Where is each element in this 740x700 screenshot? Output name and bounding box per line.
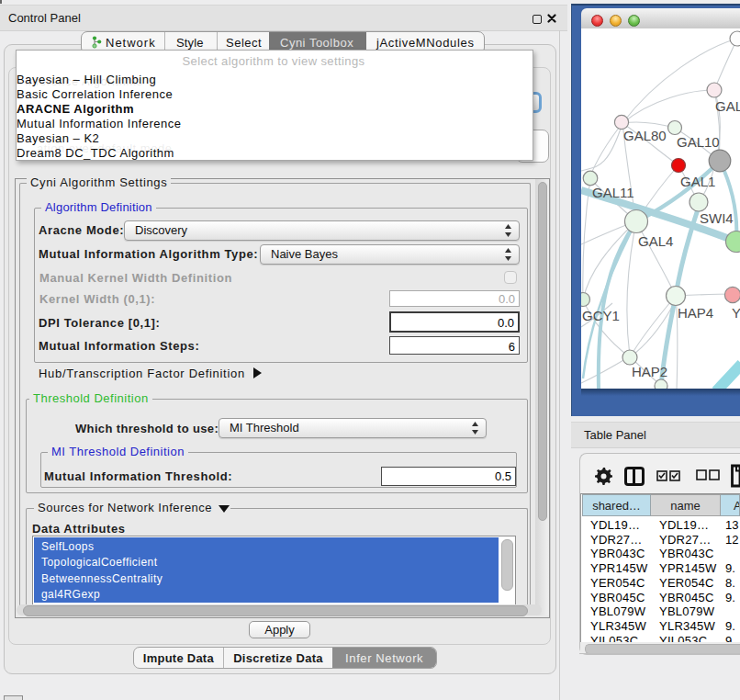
- svg-text:GAL4: GAL4: [638, 233, 673, 249]
- svg-text:GAL11: GAL11: [592, 185, 634, 200]
- svg-text:Y: Y: [732, 305, 740, 321]
- svg-text:SWI4: SWI4: [700, 210, 734, 226]
- svg-text:GAL1: GAL1: [680, 174, 715, 189]
- svg-text:GAL7: GAL7: [715, 98, 740, 114]
- svg-text:GAL10: GAL10: [677, 134, 720, 150]
- svg-text:GCY1: GCY1: [582, 308, 620, 323]
- svg-text:HAP2: HAP2: [632, 364, 667, 379]
- svg-text:HAP4: HAP4: [678, 305, 713, 321]
- svg-text:GAL80: GAL80: [623, 128, 667, 143]
